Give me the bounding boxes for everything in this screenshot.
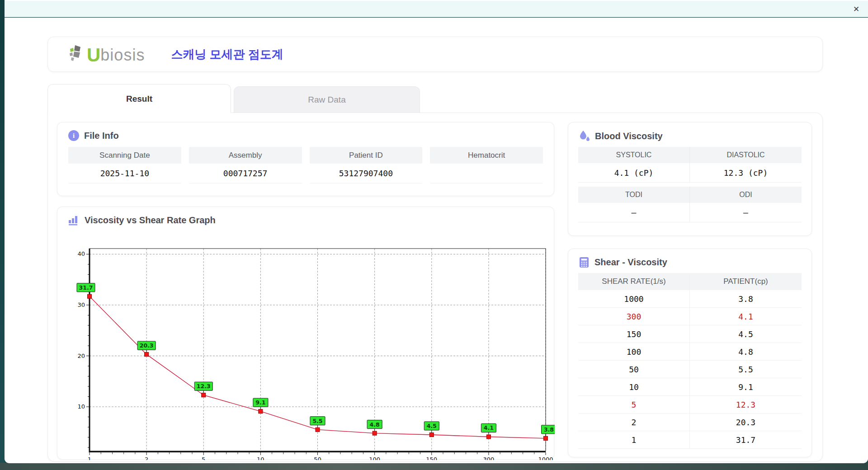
- x-tick-label: 2: [145, 456, 148, 460]
- table-row: 1004.8: [578, 343, 802, 361]
- table-header-row: TODIODI: [578, 187, 802, 203]
- data-point-marker: [373, 431, 377, 435]
- data-point-marker: [429, 432, 434, 437]
- x-tick-label: 150: [426, 456, 437, 460]
- info-icon: i: [68, 130, 79, 141]
- table-cell: 31.7: [690, 431, 802, 448]
- table-header-row: SHEAR RATE(1/s)PATIENT(cp): [578, 273, 802, 290]
- column-header: Patient ID: [310, 147, 423, 164]
- table-cell: 2: [578, 414, 690, 431]
- data-label: 4.8: [370, 421, 380, 428]
- column-header: Assembly: [189, 147, 302, 164]
- table-cell: 5.5: [690, 361, 802, 378]
- x-tick-label: 100: [369, 456, 380, 460]
- table-cell: 4.1 (cP): [578, 163, 690, 182]
- column-header: DIASTOLIC: [690, 147, 802, 163]
- column-header: ODI: [690, 187, 802, 203]
- data-point-marker: [145, 352, 149, 357]
- table-row: 512.3: [578, 396, 802, 414]
- column-header: Scanning Date: [68, 147, 181, 164]
- shear-viscosity-title: Shear - Viscosity: [594, 257, 667, 268]
- column-header: TODI: [578, 187, 690, 203]
- data-point-marker: [544, 436, 548, 440]
- window-titlebar: ✕: [5, 0, 868, 17]
- desktop-edge: [0, 0, 5, 470]
- tab-raw-data[interactable]: Raw Data: [234, 86, 420, 113]
- ubiosis-logo: U biosis: [69, 44, 145, 64]
- data-label: 31.7: [79, 284, 93, 291]
- x-tick-label: 5: [202, 456, 205, 460]
- blood-drops-icon: [579, 130, 590, 142]
- bar-chart-icon: [68, 215, 80, 226]
- table-header-row: SYSTOLICDIASTOLIC: [578, 147, 802, 163]
- table-row: 109.1: [578, 378, 802, 396]
- y-tick-label: 10: [77, 403, 85, 410]
- data-point-marker: [316, 428, 320, 432]
- blood-viscosity-group: SYSTOLICDIASTOLIC4.1 (cP)12.3 (cP): [578, 147, 802, 183]
- table-cell: –: [578, 203, 690, 222]
- table-cell: 50: [578, 361, 690, 378]
- data-point-marker: [202, 393, 206, 397]
- table-cell: 150: [578, 325, 690, 343]
- column-header: SHEAR RATE(1/s): [578, 273, 690, 290]
- file-info-title: File Info: [84, 131, 119, 141]
- table-row: 131.7: [578, 431, 802, 449]
- x-axis: [89, 451, 546, 452]
- field-value: 53127907400: [310, 164, 423, 183]
- blood-viscosity-card: Blood Viscosity SYSTOLICDIASTOLIC4.1 (cP…: [568, 122, 812, 236]
- data-label: 4.1: [484, 424, 494, 431]
- result-panel: i File Info Scanning DateAssemblyPatient…: [47, 113, 823, 462]
- x-tick-label: 50: [314, 456, 321, 460]
- data-label: 20.3: [140, 342, 154, 349]
- table-cell: 4.1: [690, 308, 802, 325]
- x-tick-label: 300: [483, 456, 494, 460]
- tab-result[interactable]: Result: [47, 84, 231, 113]
- table-cell: 4.8: [690, 343, 802, 360]
- table-cell: 100: [578, 343, 690, 360]
- tab-raw-data-label: Raw Data: [308, 95, 345, 105]
- column-header: Hematocrit: [430, 147, 543, 164]
- file-info-grid: Scanning DateAssemblyPatient IDHematocri…: [57, 146, 554, 183]
- table-row: 4.1 (cP)12.3 (cP): [578, 163, 802, 183]
- table-cell: 300: [578, 308, 690, 325]
- data-point-marker: [486, 435, 491, 439]
- field-value: [430, 164, 543, 183]
- data-label: 9.1: [255, 399, 265, 406]
- data-point-marker: [259, 409, 263, 414]
- logo-text-accent: U: [87, 46, 100, 64]
- desktop-taskbar-strip: [0, 463, 868, 470]
- y-tick-label: 20: [77, 352, 85, 359]
- y-tick-label: 40: [77, 250, 85, 257]
- table-cell: –: [690, 203, 802, 222]
- table-cell: 10: [578, 378, 690, 395]
- tab-result-label: Result: [126, 94, 152, 104]
- data-label: 5.5: [312, 418, 322, 424]
- data-label: 12.3: [197, 383, 211, 390]
- shear-viscosity-card: Shear - Viscosity SHEAR RATE(1/s)PATIENT…: [568, 249, 812, 457]
- x-tick-label: 10: [257, 456, 264, 460]
- table-cell: 12.3 (cP): [690, 163, 802, 182]
- field-value: 000717257: [189, 164, 302, 183]
- table-cell: 4.5: [690, 325, 802, 343]
- data-label: 4.5: [427, 423, 437, 429]
- file-info-card: i File Info Scanning DateAssemblyPatient…: [57, 122, 554, 196]
- table-cell: 3.8: [690, 290, 802, 307]
- close-icon[interactable]: ✕: [852, 5, 861, 14]
- table-cell: 20.3: [690, 414, 802, 431]
- column-header: PATIENT(cp): [690, 273, 802, 290]
- table-row: 1504.5: [578, 325, 802, 343]
- y-axis: [89, 249, 90, 451]
- blood-viscosity-title: Blood Viscosity: [595, 131, 663, 141]
- field-value: 2025-11-10: [68, 164, 181, 183]
- x-tick-label: 1000: [538, 456, 553, 460]
- table-cell: 1000: [578, 290, 690, 307]
- data-label: 3.8: [544, 426, 554, 433]
- y-tick-label: 30: [77, 301, 85, 308]
- logo-pebbles-icon: [69, 44, 86, 62]
- data-point-marker: [88, 294, 92, 298]
- table-cell: 12.3: [690, 396, 802, 413]
- shear-viscosity-table: SHEAR RATE(1/s)PATIENT(cp)10003.83004.11…: [568, 273, 811, 449]
- blood-viscosity-group: TODIODI––: [578, 187, 802, 222]
- viscosity-shear-chart: 102030401251050100150300100031.720.312.3…: [66, 240, 555, 460]
- table-row: 3004.1: [578, 308, 802, 325]
